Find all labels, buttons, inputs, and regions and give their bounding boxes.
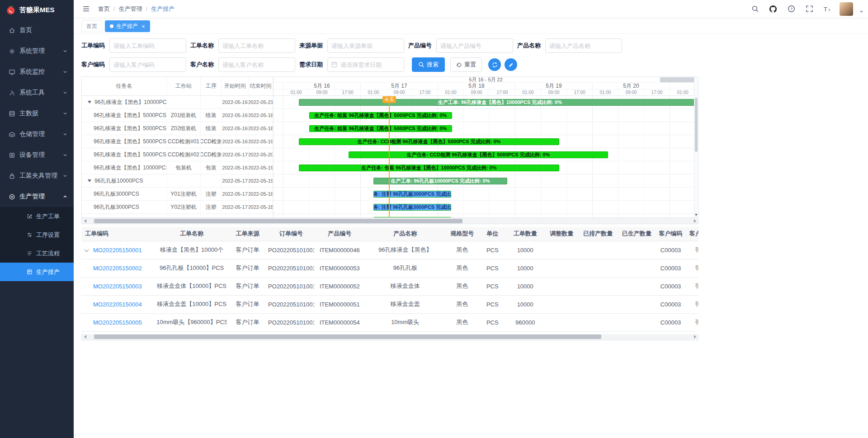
gantt-vertical-scrollbar[interactable] — [694, 77, 698, 217]
sidebar-item-process-settings[interactable]: 工序设置 — [0, 226, 74, 244]
gantt-chart: 任务名工作站工序开始时间结束时间 96孔移液盒【黑色】10000PCS2022-… — [81, 76, 698, 218]
fullscreen-icon[interactable] — [803, 3, 815, 15]
work-order-link[interactable]: MO202205150001 — [93, 247, 142, 254]
filter-input[interactable] — [218, 57, 295, 72]
orders-cell: PO202205101001 — [268, 295, 314, 313]
scroll-right-arrow-icon[interactable] — [692, 334, 698, 339]
collapse-triangle-icon[interactable] — [88, 179, 91, 182]
work-order-bar[interactable]: 生产工单: 96孔移液盒【黑色】10000PCS 完成比例: 0% — [299, 99, 698, 106]
gantt-task-row[interactable]: 96孔孔板3000PCSY02注塑机注塑2022-05-172022-05-18 — [82, 201, 273, 214]
task-bar[interactable]: 生产任务: CCD检测 96孔移液盒【黑色】5000PCS 完成比例: 0% — [299, 138, 559, 145]
filter-input[interactable] — [436, 38, 513, 53]
sidebar-item-system-tools[interactable]: 系统工具 — [0, 82, 74, 103]
filter-input[interactable] — [109, 38, 186, 53]
filter-input[interactable] — [545, 38, 622, 53]
scrollbar-track[interactable] — [88, 218, 692, 224]
sidebar-item-system-monitor[interactable]: 系统监控 — [0, 61, 74, 82]
breadcrumb-production-management[interactable]: 生产管理 — [119, 5, 142, 13]
refresh-button[interactable] — [488, 58, 501, 71]
orders-cell: 10mm吸头 — [365, 313, 445, 331]
task-bar[interactable]: 生产任务: 组装 96孔移液盒【黑色】5000PCS 完成比例: 0% — [309, 112, 452, 119]
task-bar[interactable]: 生产任务: 组装 96孔移液盒【黑色】5000PCS 完成比例: 0% — [309, 125, 452, 132]
help-icon[interactable]: ? — [785, 3, 797, 15]
scroll-left-arrow-icon[interactable] — [82, 334, 88, 339]
sidebar-collapse-icon[interactable] — [80, 3, 92, 15]
sidebar-item-equipment-management[interactable]: 设备管理 — [0, 145, 74, 165]
task-bar[interactable]: 生产任务: 注塑 96孔孔板3000PCS 完成比例: 0% — [373, 191, 451, 198]
sidebar-item-home[interactable]: 首页 — [0, 20, 74, 41]
filter-field: 产品名称 — [517, 38, 622, 53]
station-cell: Z01组装机 — [167, 109, 201, 122]
sliders-icon — [26, 232, 33, 238]
task-bar[interactable]: 生产任务: 注塑 96孔孔板3000PCS 完成比例: 0% — [373, 217, 451, 217]
orders-cell — [579, 259, 618, 277]
task-bar[interactable]: 生产任务: 注塑 96孔孔板3000PCS 完成比例: 0% — [373, 204, 451, 211]
gantt-task-row[interactable]: 96孔孔板3000PCSY01注塑机注塑2022-05-172022-05-18 — [82, 188, 273, 201]
work-order-link[interactable]: MO202205150005 — [93, 319, 142, 326]
scrollbar-track[interactable] — [88, 334, 692, 339]
gantt-task-row[interactable]: 96孔孔板3000PCSY03注塑机注塑2022-05-172022-05-18 — [82, 214, 273, 217]
collapse-triangle-icon[interactable] — [88, 101, 91, 104]
sidebar-item-master-data[interactable]: 主数据 — [0, 103, 74, 124]
gantt-task-row[interactable]: 96孔移液盒【黑色】5000PCSZ01组装机组装2022-05-162022-… — [82, 109, 273, 122]
orders-cell: ITEM00000051 — [314, 295, 365, 313]
tab-home[interactable]: 首页 — [81, 20, 102, 32]
reset-button[interactable]: 重置 — [450, 57, 482, 72]
work-order-link[interactable]: MO202205150002 — [93, 265, 142, 272]
gantt-task-row[interactable]: 96孔移液盒【黑色】5000PCSCCD检测#02CCD检测2022-05-17… — [82, 148, 273, 161]
gantt-row-track: 生产任务: 包装 96孔移液盒【黑色】10000PCS 完成比例: 0% — [274, 161, 698, 174]
orders-cell: PO202205101001 — [268, 313, 314, 331]
gantt-task-row[interactable]: 96孔孔板10000PCS2022-05-172022-05-19 — [82, 174, 273, 188]
scrollbar-thumb[interactable] — [695, 98, 698, 152]
font-size-icon[interactable]: TT — [821, 3, 833, 15]
orders-cell: MO202205150004 — [81, 295, 156, 313]
scroll-down-arrow-icon[interactable] — [695, 214, 698, 216]
search-button[interactable]: 搜索 — [412, 57, 445, 72]
tab-production-schedule[interactable]: 生产排产 × — [105, 20, 150, 32]
sidebar-item-process-flow[interactable]: 工艺流程 — [0, 244, 74, 263]
scroll-right-arrow-icon[interactable] — [692, 218, 698, 224]
sidebar-item-fixture-management[interactable]: 工装夹具管理 — [0, 165, 74, 186]
scrollbar-thumb[interactable] — [94, 334, 601, 339]
work-order-link[interactable]: MO202205150003 — [93, 283, 142, 290]
scrollbar-thumb[interactable] — [94, 219, 462, 223]
filter-input[interactable] — [327, 38, 404, 53]
search-ic[interactable] — [749, 3, 761, 15]
demand-date-input[interactable] — [327, 57, 404, 72]
task-name-cell: 96孔移液盒【黑色】5000PCS — [82, 122, 167, 135]
breadcrumb-home[interactable]: 首页 — [98, 5, 110, 13]
table-row: MO202205150003移液盒盒体【10000】PCS客户订单PO20220… — [81, 277, 698, 295]
expand-chevron-icon[interactable] — [85, 247, 89, 252]
scroll-left-arrow-icon[interactable] — [82, 218, 88, 224]
user-avatar[interactable] — [840, 2, 853, 16]
gantt-task-row[interactable]: 96孔移液盒【黑色】5000PCSCCD检测#01CCD检测2022-05-16… — [82, 135, 273, 148]
gantt-horizontal-scrollbar[interactable] — [81, 218, 698, 224]
filter-input[interactable] — [109, 57, 186, 72]
orders-column-header: 已排产数量 — [579, 227, 618, 241]
gantt-task-row[interactable]: 96孔移液盒【黑色】5000PCSZ02组装机组装2022-05-162022-… — [82, 122, 273, 135]
gantt-task-row[interactable]: 96孔移液盒【黑色】10000PCS包装机包装2022-05-162022-05… — [82, 161, 273, 174]
timeline-hour-label: 17:00 — [335, 89, 360, 96]
chevron-down-icon — [63, 70, 67, 74]
orders-cell: MO202205150002 — [81, 259, 156, 277]
work-order-bar[interactable]: 生产工单: 96孔孔板10000PCS 完成比例: 0% — [373, 178, 507, 184]
sidebar-item-production-work-order[interactable]: 生产工单 — [0, 207, 74, 226]
gantt-task-row[interactable]: 96孔移液盒【黑色】10000PCS2022-05-162022-05-21 — [82, 96, 273, 109]
filter-input[interactable] — [218, 38, 295, 53]
orders-column-header: 产品编号 — [314, 227, 365, 241]
work-order-link[interactable]: MO202205150004 — [93, 301, 142, 308]
task-bar[interactable]: 生产任务: 包装 96孔移液盒【黑色】10000PCS 完成比例: 0% — [299, 165, 559, 171]
sidebar-item-production-management[interactable]: 生产管理 — [0, 186, 74, 207]
orders-cell: 黑色 — [445, 259, 479, 277]
sidebar-item-production-schedule[interactable]: 生产排产 — [0, 263, 74, 281]
github-icon[interactable] — [767, 3, 779, 15]
sidebar-item-warehouse-management[interactable]: 仓储管理 — [0, 124, 74, 145]
user-menu-caret-icon[interactable] — [859, 9, 863, 14]
tab-close-icon[interactable]: × — [142, 24, 145, 29]
sidebar-item-system-management[interactable]: 系统管理 — [0, 41, 74, 61]
app-logo[interactable]: 苦糖果MES — [0, 0, 74, 20]
orders-cell: ITEM00000053 — [314, 259, 365, 277]
edit-button[interactable] — [505, 58, 517, 71]
table-horizontal-scrollbar[interactable] — [81, 334, 698, 340]
task-bar[interactable]: 生产任务: CCD检测 96孔移液盒【黑色】5000PCS 完成比例: 0% — [349, 151, 608, 158]
